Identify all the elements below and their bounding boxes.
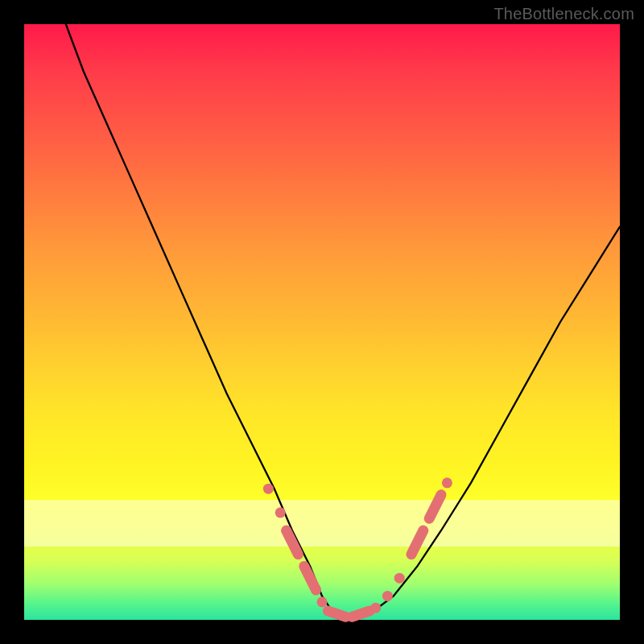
curve-markers [263, 477, 452, 617]
bottleneck-curve [66, 24, 620, 620]
curve-capsule [287, 530, 299, 555]
curve-capsule [411, 530, 423, 555]
chart-overlay [24, 24, 620, 620]
curve-dot [394, 573, 405, 584]
curve-dot [317, 597, 328, 607]
curve-dot [370, 603, 381, 613]
curve-capsule [328, 611, 345, 617]
curve-capsule [352, 611, 369, 617]
curve-dot [275, 507, 286, 518]
curve-capsule [429, 495, 441, 519]
curve-dot [263, 484, 274, 494]
curve-dot [382, 591, 393, 601]
curve-capsule [304, 566, 316, 590]
watermark-text: TheBottleneck.com [493, 5, 634, 23]
curve-dot [442, 477, 452, 488]
